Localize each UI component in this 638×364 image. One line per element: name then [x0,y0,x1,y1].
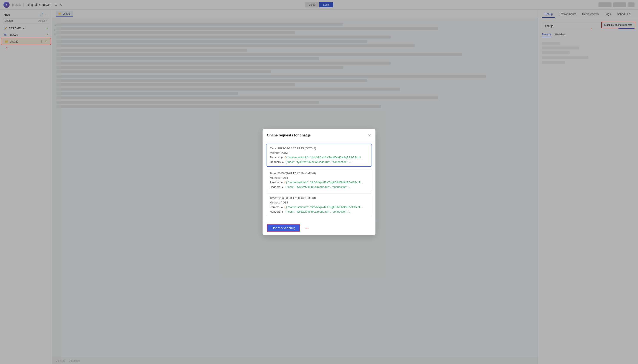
headers-expand-3[interactable]: ▶ [282,210,284,213]
arrow-to-debug-btn: ← [304,225,310,231]
req-params-2: Params: ▶ { { "conversationId": "cidVMYp… [270,181,368,184]
req-headers-1: Headers: ▶ { "host": "fys62cf7k6.hk.airc… [270,160,368,164]
modal-footer: Use this to debug ← [262,221,376,235]
req-time-1: Time: 2023-03-28 17:29:15 (GMT+8) [270,147,368,150]
req-headers-2: Headers: ▶ { "host": "fys62cf7k6.hk.airc… [270,185,368,188]
request-card-2[interactable]: Time: 2023-03-28 17:27:26 (GMT+8) Method… [266,169,372,191]
req-params-1: Params: ▶ { { "conversationId": "cidVMYp… [270,156,368,159]
req-method-2: Method: POST [270,176,368,180]
headers-expand-2[interactable]: ▶ [282,186,284,188]
request-card-3[interactable]: Time: 2023-03-28 17:20:43 (GMT+8) Method… [266,194,372,216]
use-debug-button[interactable]: Use this to debug [267,224,300,232]
params-expand-1[interactable]: ▶ [281,156,283,159]
req-method-3: Method: POST [270,201,368,204]
req-method-1: Method: POST [270,151,368,154]
modal-title: Online requests for chat.js [267,134,311,137]
request-card-1[interactable]: Time: 2023-03-28 17:29:15 (GMT+8) Method… [266,144,372,166]
req-time-3: Time: 2023-03-28 17:20:43 (GMT+8) [270,196,368,200]
req-params-3: Params: ▶ { { "conversationId": "cidVMYp… [270,206,368,209]
modal-close-button[interactable]: ✕ [368,133,371,138]
req-time-2: Time: 2023-03-28 17:27:26 (GMT+8) [270,172,368,175]
params-expand-2[interactable]: ▶ [281,181,283,184]
headers-expand-1[interactable]: ▶ [282,161,284,163]
modal-header: Online requests for chat.js ✕ [262,129,376,141]
modal-body: Time: 2023-03-28 17:29:15 (GMT+8) Method… [262,141,376,221]
req-headers-3: Headers: ▶ { "host": "fys62cf7k6.hk.airc… [270,210,368,213]
online-requests-modal: Online requests for chat.js ✕ Time: 2023… [262,129,376,235]
modal-overlay: Online requests for chat.js ✕ Time: 2023… [0,0,638,364]
params-expand-3[interactable]: ▶ [281,206,283,208]
